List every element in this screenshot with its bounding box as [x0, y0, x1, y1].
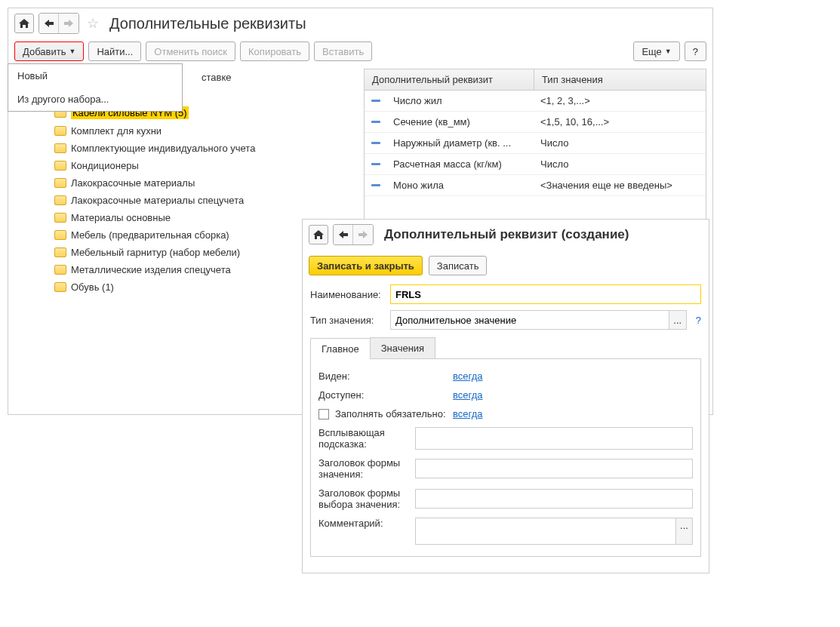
value-form-title-input[interactable] — [415, 459, 693, 478]
tree-item-label: Лакокрасочные материалы — [71, 177, 195, 189]
tab-main[interactable]: Главное — [310, 338, 371, 359]
folder-icon — [54, 282, 66, 292]
tab-main-body: Виден: всегда Доступен: всегда Заполнять… — [310, 359, 701, 557]
cell-type: <1, 2, 3,...> — [534, 92, 706, 109]
folder-icon — [54, 230, 66, 240]
choice-form-title-row: Заголовок формы выбора значения: — [318, 484, 693, 514]
cell-name: Наружный диаметр (кв. ... — [387, 134, 534, 152]
tree-item-label: Кондиционеры — [71, 160, 139, 171]
available-label: Доступен: — [318, 389, 447, 401]
comment-input-group: ... — [415, 518, 693, 545]
available-row: Доступен: всегда — [318, 386, 693, 404]
comment-expand-button[interactable]: ... — [676, 518, 693, 545]
name-input[interactable] — [390, 284, 701, 304]
more-button-label: Еще — [642, 46, 661, 57]
type-label: Тип значения: — [310, 315, 386, 326]
save-button[interactable]: Записать — [429, 256, 488, 275]
home-button[interactable] — [309, 225, 328, 244]
required-value-link[interactable]: всегда — [453, 408, 482, 420]
col-header-type[interactable]: Тип значения — [534, 69, 706, 90]
visible-value-link[interactable]: всегда — [453, 370, 482, 382]
paste-button[interactable]: Вставить — [314, 41, 372, 61]
folder-icon — [54, 213, 66, 223]
tree-item-label: Мебель (предварительная сборка) — [71, 229, 229, 241]
favorite-star-icon[interactable]: ☆ — [87, 15, 99, 32]
table-row[interactable]: Сечение (кв_мм) <1,5, 10, 16,...> — [365, 112, 706, 133]
folder-icon — [54, 247, 66, 257]
type-help-link[interactable]: ? — [696, 315, 701, 326]
tree-item-label: Комплект для кухни — [71, 125, 162, 137]
help-button[interactable]: ? — [685, 41, 706, 61]
forward-button[interactable] — [353, 225, 373, 244]
tree-item-label: Материалы основные — [71, 212, 171, 223]
menu-item-new[interactable]: Новый — [8, 64, 182, 88]
folder-icon — [54, 178, 66, 188]
tree-item[interactable]: Комплект для кухни — [14, 122, 358, 140]
attribute-icon — [371, 184, 380, 186]
back-button[interactable] — [334, 225, 353, 244]
visible-row: Виден: всегда — [318, 367, 693, 386]
choice-form-title-input[interactable] — [415, 489, 693, 509]
sub-title-bar: Дополнительный реквизит (создание) — [303, 220, 709, 250]
cell-name: Расчетная масса (кг/км) — [387, 155, 534, 173]
value-form-title-row: Заголовок формы значения: — [318, 453, 693, 484]
tree-item-label: Мебельный гарнитур (набор мебели) — [71, 247, 240, 258]
nav-group — [333, 224, 374, 245]
add-button[interactable]: Добавить ▼ — [14, 41, 84, 61]
save-and-close-button[interactable]: Записать и закрыть — [309, 256, 423, 275]
type-input[interactable] — [390, 310, 669, 330]
tree-item[interactable]: Лакокрасочные материалы — [14, 174, 358, 192]
cell-type: <1,5, 10, 16,...> — [534, 113, 706, 131]
tree-item[interactable]: Кондиционеры — [14, 157, 358, 174]
add-dropdown: Новый Из другого набора... — [8, 63, 183, 112]
comment-input[interactable] — [415, 518, 676, 545]
tooltip-input[interactable] — [415, 427, 693, 450]
menu-item-from-other[interactable]: Из другого набора... — [8, 88, 182, 111]
tree-item-label: ставке — [202, 72, 232, 83]
type-picker-button[interactable]: ... — [669, 310, 687, 330]
sub-tabs: Главное Значения — [310, 337, 701, 359]
cancel-search-button[interactable]: Отменить поиск — [146, 41, 235, 61]
table-header: Дополнительный реквизит Тип значения — [365, 69, 706, 91]
table-row[interactable]: Моно жила <Значения еще не введены> — [365, 175, 706, 196]
type-input-group: ... — [390, 310, 687, 330]
cell-name: Моно жила — [387, 177, 534, 194]
attribute-icon — [371, 142, 380, 144]
attribute-icon — [371, 163, 380, 165]
cell-name: Число жил — [387, 92, 534, 109]
table-row[interactable]: Расчетная масса (кг/км) Число — [365, 154, 706, 175]
folder-icon — [54, 161, 66, 171]
find-button[interactable]: Найти... — [88, 41, 141, 61]
tree-item[interactable]: Лакокрасочные материалы спецучета — [14, 192, 358, 209]
value-form-title-label: Заголовок формы значения: — [318, 457, 409, 480]
table-row[interactable]: Число жил <1, 2, 3,...> — [365, 91, 706, 112]
tree-item-label: Лакокрасочные материалы спецучета — [71, 195, 244, 206]
tooltip-label: Всплывающая подсказка: — [318, 427, 409, 450]
tree-item[interactable]: Комплектующие индивидуального учета — [14, 140, 358, 157]
name-row: Наименование: — [303, 281, 709, 307]
folder-icon — [54, 195, 66, 205]
required-checkbox[interactable] — [318, 409, 329, 420]
cell-name: Сечение (кв_мм) — [387, 113, 534, 131]
add-button-label: Добавить — [23, 46, 66, 57]
tooltip-row: Всплывающая подсказка: — [318, 423, 693, 453]
nav-group — [38, 13, 79, 34]
col-header-attribute[interactable]: Дополнительный реквизит — [365, 69, 534, 90]
home-button[interactable] — [14, 14, 34, 33]
back-button[interactable] — [39, 14, 59, 33]
forward-button[interactable] — [59, 14, 78, 33]
table-row[interactable]: Наружный диаметр (кв. ... Число — [365, 133, 706, 154]
tree-item-label: Обувь (1) — [71, 281, 114, 293]
tree-item-label: Металлические изделия спецучета — [71, 264, 231, 275]
more-button[interactable]: Еще ▼ — [633, 41, 679, 61]
cell-type: <Значения еще не введены> — [534, 177, 706, 194]
tab-values[interactable]: Значения — [370, 337, 435, 358]
sub-toolbar: Записать и закрыть Записать — [303, 250, 709, 281]
attribute-icon — [371, 100, 380, 102]
caret-down-icon: ▼ — [665, 48, 672, 55]
available-value-link[interactable]: всегда — [453, 389, 482, 401]
main-title-bar: ☆ Дополнительные реквизиты — [8, 8, 712, 38]
comment-label: Комментарий: — [318, 518, 409, 529]
type-row: Тип значения: ... ? — [303, 307, 709, 333]
copy-button[interactable]: Копировать — [240, 41, 309, 61]
